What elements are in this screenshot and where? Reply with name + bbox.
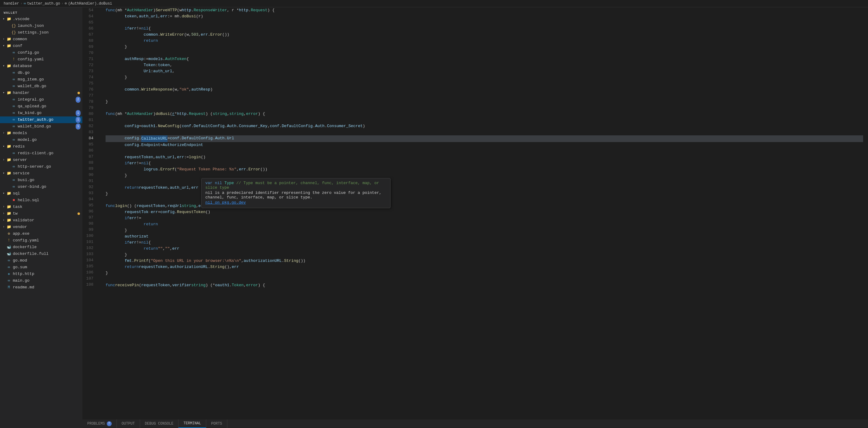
badge-count: 1 bbox=[76, 117, 81, 123]
http-icon: ◈ bbox=[6, 271, 11, 277]
sidebar-item-server[interactable]: › 📁 server bbox=[0, 157, 82, 163]
folder-icon: 📁 bbox=[6, 36, 11, 42]
go-icon: ∞ bbox=[11, 110, 17, 116]
sidebar-item-app-exe[interactable]: ⚙ app.exe bbox=[0, 230, 82, 237]
tab-terminal[interactable]: TERMINAL bbox=[179, 420, 206, 428]
sidebar-item-vscode[interactable]: ▾ 📁 .vscode bbox=[0, 16, 82, 23]
tooltip-popup: var nil Type // Type must be a pointer, … bbox=[202, 178, 391, 208]
sidebar-item-common[interactable]: › 📁 common bbox=[0, 36, 82, 43]
sidebar-item-http-server-go[interactable]: ∞ http-server.go bbox=[0, 163, 82, 170]
sidebar-item-config-yaml[interactable]: ! config.yaml bbox=[0, 56, 82, 63]
sidebar-item-hello-sql[interactable]: ■ hello.sql bbox=[0, 197, 82, 204]
sidebar-item-http-http[interactable]: ◈ http.http bbox=[0, 271, 82, 277]
sidebar: WALLET ▾ 📁 .vscode {} launch.json {} set… bbox=[0, 7, 82, 428]
breadcrumb-bar: handler › ∞ twitter_auth.go › ⊙ (AuthHan… bbox=[0, 0, 868, 7]
breadcrumb-file-icon: ∞ bbox=[24, 2, 26, 6]
folder-icon: 📁 bbox=[6, 157, 11, 163]
code-line-67: common.WriteError(w, 503, err.Error()) bbox=[105, 32, 863, 38]
chevron-right-icon: › bbox=[1, 36, 6, 42]
go-icon: ∞ bbox=[6, 258, 11, 264]
sidebar-item-main-go[interactable]: ∞ main.go bbox=[0, 277, 82, 284]
sidebar-item-go-sum[interactable]: ∞ go.sum bbox=[0, 264, 82, 271]
sidebar-item-vendor[interactable]: › 📁 vendor bbox=[0, 224, 82, 230]
breadcrumb-file[interactable]: twitter_auth.go bbox=[27, 2, 60, 6]
go-icon: ∞ bbox=[11, 124, 17, 130]
code-line-66: if err != nil { bbox=[105, 26, 863, 32]
code-line-54: func (mh *AuthHandler) ServeHTTP(w http.… bbox=[105, 7, 863, 13]
go-icon: ∞ bbox=[11, 137, 17, 143]
folder-icon: 📁 bbox=[6, 16, 11, 22]
folder-icon: 📁 bbox=[6, 90, 11, 96]
sidebar-item-integral-go[interactable]: ∞ integral.go 2 bbox=[0, 96, 82, 103]
code-line-105: return requestToken, authorizationURL.St… bbox=[105, 264, 863, 270]
code-line-84: config.CallbackURL = conf.DefaultConfig.… bbox=[105, 135, 863, 142]
code-line-102: return "", "", err bbox=[105, 246, 863, 252]
badge-count: 1 bbox=[76, 124, 81, 130]
code-line-107 bbox=[105, 276, 863, 282]
sidebar-item-twitter-auth-go[interactable]: ∞ twitter_auth.go 1 bbox=[0, 117, 82, 123]
sidebar-item-msg-item-go[interactable]: ∞ msg_item.go bbox=[0, 76, 82, 83]
tab-ports[interactable]: PORTS bbox=[206, 420, 227, 428]
sidebar-item-tw-bind-go[interactable]: ∞ tw_bind.go 1 bbox=[0, 110, 82, 117]
sidebar-item-models[interactable]: › 📁 models bbox=[0, 130, 82, 137]
code-line-74: } bbox=[105, 74, 863, 80]
tooltip-link[interactable]: nil on pkg.go.dev bbox=[205, 200, 246, 205]
sidebar-item-db-go[interactable]: ∞ db.go bbox=[0, 69, 82, 76]
sidebar-item-qa-upload-go[interactable]: ∞ qa_upload.go bbox=[0, 103, 82, 110]
badge-count: 1 bbox=[76, 110, 81, 116]
tooltip-line-3[interactable]: nil on pkg.go.dev bbox=[205, 200, 386, 205]
chevron-down-icon: ▾ bbox=[1, 191, 6, 197]
sidebar-item-model-go[interactable]: ∞ model.go bbox=[0, 137, 82, 143]
sidebar-title: WALLET bbox=[0, 8, 82, 16]
code-line-77 bbox=[105, 93, 863, 99]
go-icon: ∞ bbox=[11, 50, 17, 56]
sidebar-item-settings-json[interactable]: {} settings.json bbox=[0, 29, 82, 36]
chevron-right-icon: › bbox=[1, 130, 6, 136]
code-line-83 bbox=[105, 129, 863, 135]
sidebar-item-redis-client-go[interactable]: ∞ redis-client.go bbox=[0, 150, 82, 157]
sidebar-item-handler[interactable]: ▾ 📁 handler bbox=[0, 90, 82, 96]
code-line-72: Token: token, bbox=[105, 62, 863, 68]
code-editor[interactable]: func (mh *AuthHandler) ServeHTTP(w http.… bbox=[101, 7, 868, 420]
sidebar-item-sql[interactable]: ▾ 📁 sql bbox=[0, 190, 82, 197]
sidebar-item-launch-json[interactable]: {} launch.json bbox=[0, 23, 82, 29]
sidebar-item-database[interactable]: ▾ 📁 database bbox=[0, 63, 82, 69]
code-line-75 bbox=[105, 80, 863, 87]
sidebar-item-wallet-bind-go[interactable]: ∞ wallet_bind.go 1 bbox=[0, 123, 82, 130]
folder-icon: 📁 bbox=[6, 43, 11, 49]
breadcrumb-handler[interactable]: handler bbox=[4, 2, 19, 6]
code-line-64: token, auth_url, err := mh.doBusi(r) bbox=[105, 13, 863, 20]
sidebar-item-busi-go[interactable]: ∞ busi.go bbox=[0, 177, 82, 184]
breadcrumb-symbol[interactable]: (AuthHandler).doBusi bbox=[68, 2, 112, 6]
sidebar-item-dockerfile-full[interactable]: 🐋 dockerfile.full bbox=[0, 251, 82, 257]
sidebar-item-user-bind-go[interactable]: ∞ user-bind.go bbox=[0, 184, 82, 190]
folder-icon: 📁 bbox=[6, 224, 11, 230]
sidebar-item-conf[interactable]: ▾ 📁 conf bbox=[0, 43, 82, 50]
code-container[interactable]: 54 64 65 66 67 68 69 70 71 72 73 74 75 7… bbox=[82, 7, 868, 420]
go-icon: ∞ bbox=[11, 83, 17, 89]
folder-icon: 📁 bbox=[6, 191, 11, 197]
sidebar-item-tw[interactable]: › 📁 tw bbox=[0, 210, 82, 217]
sidebar-item-config-go[interactable]: ∞ config.go bbox=[0, 50, 82, 56]
tab-output[interactable]: OUTPUT bbox=[117, 420, 140, 428]
go-icon: ∞ bbox=[11, 150, 17, 156]
tab-debug-console[interactable]: DEBUG CONSOLE bbox=[140, 420, 179, 428]
editor-area: 54 64 65 66 67 68 69 70 71 72 73 74 75 7… bbox=[82, 7, 868, 428]
sidebar-item-service[interactable]: ▾ 📁 service bbox=[0, 170, 82, 177]
tab-problems[interactable]: PROBLEMS 7 bbox=[82, 420, 117, 428]
sidebar-item-readme-md[interactable]: M readme.md bbox=[0, 284, 82, 291]
sidebar-item-task[interactable]: › 📁 task bbox=[0, 204, 82, 210]
sidebar-item-go-mod[interactable]: ∞ go.mod bbox=[0, 257, 82, 264]
sidebar-item-wallet-db-go[interactable]: ∞ wallet_db.go bbox=[0, 83, 82, 90]
code-line-65 bbox=[105, 20, 863, 26]
sidebar-item-config-yaml2[interactable]: ! config.yaml bbox=[0, 237, 82, 244]
code-line-70 bbox=[105, 50, 863, 56]
sidebar-item-validator[interactable]: › 📁 validator bbox=[0, 217, 82, 224]
sidebar-item-dockerfile[interactable]: 🐋 dockerfile bbox=[0, 244, 82, 251]
go-icon: ∞ bbox=[11, 103, 17, 109]
code-line-99: } bbox=[105, 227, 863, 233]
code-line-86 bbox=[105, 148, 863, 154]
sidebar-item-redis[interactable]: ▾ 📁 redis bbox=[0, 143, 82, 150]
code-line-106: } bbox=[105, 270, 863, 276]
code-line-68: return bbox=[105, 38, 863, 44]
